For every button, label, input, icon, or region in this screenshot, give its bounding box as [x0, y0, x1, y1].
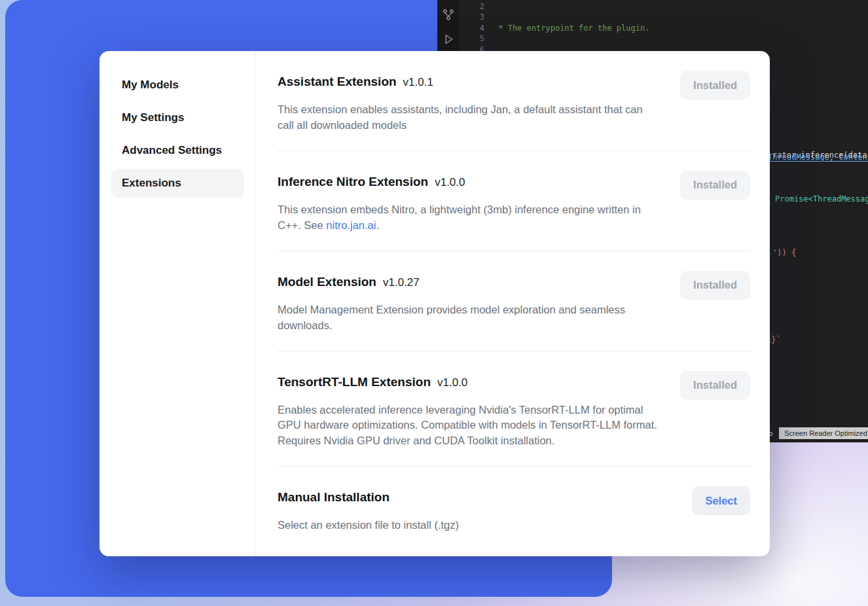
- extension-version: v1.0.0: [435, 176, 465, 189]
- installed-button[interactable]: Installed: [680, 71, 750, 99]
- settings-modal: My Models My Settings Advanced Settings …: [99, 51, 770, 556]
- nitro-link[interactable]: nitro.jan.ai.: [326, 219, 379, 231]
- extension-description: Enables accelerated inference leveraging…: [278, 402, 660, 450]
- manual-installation-description: Select an extension file to install (.tg…: [278, 518, 660, 533]
- extension-version: v1.0.0: [437, 376, 467, 389]
- extension-title: Model Extension: [278, 275, 376, 289]
- extension-description: Model Management Extension provides mode…: [278, 302, 660, 334]
- line-number: 4: [461, 23, 484, 33]
- sidebar-item-my-settings[interactable]: My Settings: [111, 103, 244, 132]
- settings-sidebar: My Models My Settings Advanced Settings …: [99, 51, 255, 556]
- extension-row-nitro: Inference Nitro Extension v1.0.0 Install…: [278, 171, 750, 234]
- desktop: 2 3 4 5 6 * The entrypoint for the plugi…: [0, 0, 868, 606]
- code-fragment: ')) {: [772, 247, 796, 258]
- extension-title: Inference Nitro Extension: [278, 175, 428, 189]
- source-control-icon[interactable]: [437, 8, 460, 21]
- section-divider: [278, 351, 750, 351]
- code-fragment: Promise<ThreadMessage>: [775, 194, 868, 204]
- section-divider: [278, 151, 750, 151]
- extension-title: Assistant Extension: [278, 75, 397, 89]
- section-divider: [278, 466, 750, 467]
- sidebar-item-advanced-settings[interactable]: Advanced Settings: [111, 136, 244, 165]
- extension-version: v1.0.27: [383, 276, 420, 289]
- installed-button[interactable]: Installed: [680, 171, 750, 200]
- sidebar-item-my-models[interactable]: My Models: [111, 71, 244, 99]
- line-numbers: 2 3 4 5 6: [461, 1, 484, 55]
- code-line: * The entrypoint for the plugin.: [494, 23, 868, 33]
- extension-row-assistant: Assistant Extension v1.0.1 Installed Thi…: [278, 71, 750, 134]
- line-number: 3: [461, 12, 484, 22]
- extension-title: TensortRT-LLM Extension: [278, 375, 431, 389]
- code-fragment: rator.inference(data));: [772, 150, 868, 160]
- section-divider: [278, 251, 750, 251]
- extension-description: This extension enables assistants, inclu…: [278, 102, 660, 134]
- select-file-button[interactable]: Select: [692, 486, 750, 515]
- installed-button[interactable]: Installed: [680, 371, 750, 400]
- extension-version: v1.0.1: [403, 76, 433, 89]
- manual-installation-title: Manual Installation: [278, 490, 389, 505]
- editor-status-bar: go Screen Reader Optimized: [765, 425, 868, 441]
- line-number: 2: [461, 1, 484, 12]
- sidebar-item-extensions[interactable]: Extensions: [111, 169, 244, 198]
- extension-row-model: Model Extension v1.0.27 Installed Model …: [278, 271, 750, 334]
- screen-reader-chip: Screen Reader Optimized: [779, 427, 868, 439]
- extension-description: This extension embeds Nitro, a lightweig…: [278, 202, 660, 234]
- extension-row-tensorrt: TensortRT-LLM Extension v1.0.0 Installed…: [278, 371, 750, 450]
- extensions-panel: Assistant Extension v1.0.1 Installed Thi…: [255, 51, 770, 556]
- manual-installation-row: Manual Installation Select Select an ext…: [278, 486, 750, 533]
- run-debug-icon[interactable]: [437, 33, 460, 46]
- installed-button[interactable]: Installed: [680, 271, 750, 300]
- line-number: 5: [461, 33, 484, 44]
